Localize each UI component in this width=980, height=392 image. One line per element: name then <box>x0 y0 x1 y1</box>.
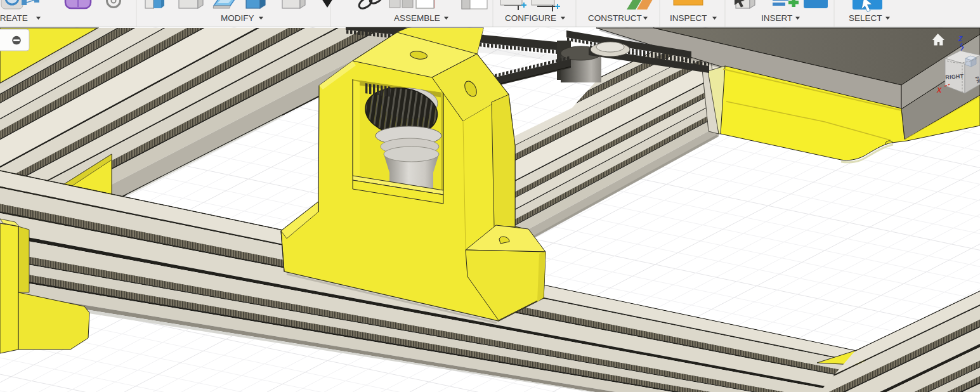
svg-text:CONSTRUCT: CONSTRUCT <box>588 13 642 23</box>
svg-text:INSPECT: INSPECT <box>670 13 707 23</box>
svg-text:ASSEMBLE: ASSEMBLE <box>394 13 440 23</box>
svg-text:MODIFY: MODIFY <box>221 13 254 23</box>
svg-text:Z: Z <box>958 36 963 42</box>
svg-text:RIGHT: RIGHT <box>945 73 964 81</box>
svg-text:CREATE: CREATE <box>0 13 28 23</box>
svg-text:CONFIGURE: CONFIGURE <box>505 13 556 23</box>
svg-text:INSERT: INSERT <box>761 13 792 23</box>
svg-text:X: X <box>936 86 942 94</box>
svg-text:SELECT: SELECT <box>849 13 882 23</box>
